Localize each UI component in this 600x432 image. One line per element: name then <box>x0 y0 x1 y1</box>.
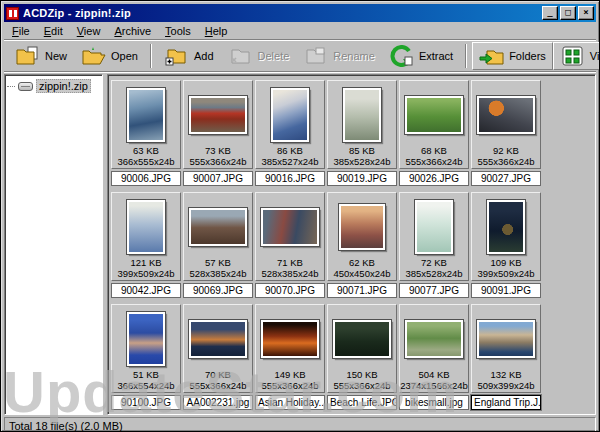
thumbnail-wrapper <box>473 308 539 369</box>
file-item[interactable]: 57 KB528x385x24b90069.JPG <box>183 192 253 298</box>
file-item[interactable]: 86 KB385x527x24b90016.JPG <box>255 80 325 186</box>
thumbnail-red-chair-on-beach[interactable] <box>189 96 247 134</box>
file-dimensions: 385x528x24b <box>405 268 462 279</box>
thumbnail-harbor-town[interactable] <box>477 320 535 358</box>
app-icon[interactable] <box>6 7 19 20</box>
file-tile[interactable]: 70 KB555x366x24b <box>183 304 253 393</box>
file-tile[interactable]: 63 KB366x555x24b <box>111 80 181 169</box>
thumbnail-basketball-hoop[interactable] <box>477 96 535 134</box>
file-name-label[interactable]: 90027.JPG <box>471 171 541 186</box>
file-tile[interactable]: 149 KB555x366x24b <box>255 304 325 393</box>
file-item[interactable]: 70 KB555x366x24bAA002231.jpg <box>183 304 253 410</box>
file-tile[interactable]: 150 KB555x366x24b <box>327 304 397 393</box>
file-item[interactable]: 72 KB385x528x24b90077.JPG <box>399 192 469 298</box>
title-bar[interactable]: ACDZip - zippin!.zip _ □ × <box>4 4 596 22</box>
file-tile[interactable]: 92 KB555x366x24b <box>471 80 541 169</box>
thumbnail-scuba-diver[interactable] <box>487 200 525 254</box>
file-item[interactable]: 85 KB385x528x24b90019.JPG <box>327 80 397 186</box>
open-button[interactable]: Open <box>74 42 145 70</box>
file-tile[interactable]: 57 KB528x385x24b <box>183 192 253 281</box>
file-name-label[interactable]: 90026.JPG <box>399 171 469 186</box>
file-name-label[interactable]: 90016.JPG <box>255 171 325 186</box>
thumbnail-wrapper <box>113 84 179 145</box>
file-tile[interactable]: 132 KB509x399x24b <box>471 304 541 393</box>
file-item[interactable]: 132 KB509x399x24bEngland Trip.J... <box>471 304 541 410</box>
thumbnail-boy-in-blue-cap[interactable] <box>127 312 165 366</box>
thumbnail-person-with-sunglasses[interactable] <box>415 200 453 254</box>
thumbnail-beach-hat-and-towels[interactable] <box>271 88 309 142</box>
thumbnail-panel[interactable]: 63 KB366x555x24b90006.JPG73 KB555x366x24… <box>107 74 596 415</box>
thumbnail-kids-playing-soccer[interactable] <box>405 96 463 134</box>
menu-edit[interactable]: Edit <box>37 23 70 39</box>
file-item[interactable]: 62 KB450x450x24b90071.JPG <box>327 192 397 298</box>
file-item[interactable]: 68 KB555x366x24b90026.JPG <box>399 80 469 186</box>
thumbnail-temple-at-night[interactable] <box>261 320 319 358</box>
menu-archive[interactable]: Archive <box>107 23 158 39</box>
file-item[interactable]: 149 KB555x366x24bAsian Holiday... <box>255 304 325 410</box>
file-item[interactable]: 92 KB555x366x24b90027.JPG <box>471 80 541 186</box>
file-tile[interactable]: 62 KB450x450x24b <box>327 192 397 281</box>
extract-button[interactable]: Extract <box>382 42 460 70</box>
thumbnail-wrapper <box>185 196 251 257</box>
minimize-button[interactable]: _ <box>542 6 558 20</box>
file-item[interactable]: 71 KB528x385x24b90070.JPG <box>255 192 325 298</box>
thumbnail-person-walking-on-beach[interactable] <box>127 88 165 142</box>
file-item[interactable]: 73 KB555x366x24b90007.JPG <box>183 80 253 186</box>
file-name-label[interactable]: 90077.JPG <box>399 283 469 298</box>
file-name-label[interactable]: England Trip.J... <box>471 395 541 410</box>
file-name-label[interactable]: 90042.JPG <box>111 283 181 298</box>
file-tile[interactable]: 68 KB555x366x24b <box>399 80 469 169</box>
file-size: 86 KB <box>277 145 303 156</box>
folder-tree-panel[interactable]: zippin!.zip <box>4 74 103 415</box>
thumbnail-woman-by-lake-sunset[interactable] <box>339 204 385 250</box>
file-name-label[interactable]: 90007.JPG <box>183 171 253 186</box>
file-tile[interactable]: 86 KB385x527x24b <box>255 80 325 169</box>
menu-view[interactable]: View <box>70 23 108 39</box>
file-tile[interactable]: 85 KB385x528x24b <box>327 80 397 169</box>
thumbnail-smiling-man[interactable] <box>189 208 247 246</box>
file-name-label[interactable]: bikesmall.jpg <box>399 395 469 410</box>
file-name-label[interactable]: 90019.JPG <box>327 171 397 186</box>
file-tile[interactable]: 51 KB366x554x24b <box>111 304 181 393</box>
tree-branch-line <box>7 86 15 87</box>
file-name-label[interactable]: 90100.JPG <box>111 395 181 410</box>
menu-help[interactable]: Help <box>198 23 235 39</box>
file-item[interactable]: 63 KB366x555x24b90006.JPG <box>111 80 181 186</box>
file-item[interactable]: 51 KB366x554x24b90100.JPG <box>111 304 181 410</box>
file-tile[interactable]: 504 KB2374x1566x24b <box>399 304 469 393</box>
file-name-label[interactable]: 90069.JPG <box>183 283 253 298</box>
thumbnail-people-walking[interactable] <box>261 208 319 246</box>
file-name-label[interactable]: Beach Life.JPG <box>327 395 397 410</box>
file-item[interactable]: 504 KB2374x1566x24bbikesmall.jpg <box>399 304 469 410</box>
file-item[interactable]: 150 KB555x366x24bBeach Life.JPG <box>327 304 397 410</box>
file-item[interactable]: 121 KB399x509x24b90042.JPG <box>111 192 181 298</box>
file-tile[interactable]: 73 KB555x366x24b <box>183 80 253 169</box>
close-button[interactable]: × <box>578 6 594 20</box>
views-button[interactable]: Views <box>553 42 600 70</box>
file-tile[interactable]: 71 KB528x385x24b <box>255 192 325 281</box>
file-item[interactable]: 109 KB399x509x24b90091.JPG <box>471 192 541 298</box>
thumbnail-sunset-sea-rock[interactable] <box>189 320 247 358</box>
file-name-label[interactable]: 90070.JPG <box>255 283 325 298</box>
file-dimensions: 366x554x24b <box>117 380 174 391</box>
file-name-label[interactable]: 90091.JPG <box>471 283 541 298</box>
maximize-button[interactable]: □ <box>560 6 576 20</box>
file-tile[interactable]: 109 KB399x509x24b <box>471 192 541 281</box>
thumbnail-mountain-bikers[interactable] <box>405 320 463 358</box>
file-name-label[interactable]: Asian Holiday... <box>255 395 325 410</box>
folders-toggle-button[interactable]: Folders <box>472 42 553 70</box>
file-name-label[interactable]: AA002231.jpg <box>183 395 253 410</box>
file-name-label[interactable]: 90006.JPG <box>111 171 181 186</box>
thumbnail-two-children[interactable] <box>127 200 165 254</box>
menu-tools[interactable]: Tools <box>158 23 198 39</box>
tree-item-archive-root[interactable]: zippin!.zip <box>7 78 100 94</box>
thumbnail-bicycle-by-wall[interactable] <box>343 88 381 142</box>
file-tile[interactable]: 72 KB385x528x24b <box>399 192 469 281</box>
file-dimensions: 450x450x24b <box>333 268 390 279</box>
file-name-label[interactable]: 90071.JPG <box>327 283 397 298</box>
new-button[interactable]: New <box>8 42 74 70</box>
add-button[interactable]: Add <box>157 42 221 70</box>
menu-file[interactable]: File <box>5 23 37 39</box>
thumbnail-forest-house[interactable] <box>333 320 391 358</box>
file-tile[interactable]: 121 KB399x509x24b <box>111 192 181 281</box>
